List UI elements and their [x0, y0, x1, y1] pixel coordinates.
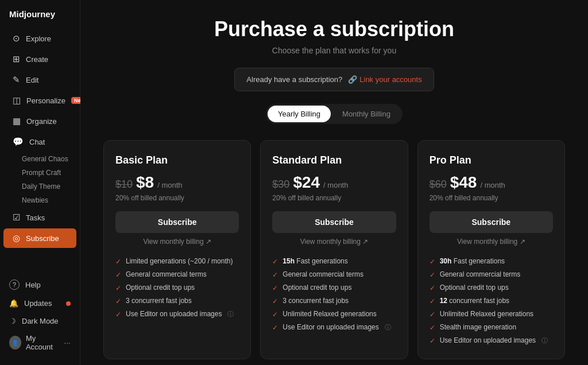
feature-item: ✓ Optional credit top ups: [272, 284, 396, 292]
standard-features: ✓ 15h Fast generations ✓ General commerc…: [272, 257, 396, 332]
feature-item: ✓ Optional credit top ups: [430, 284, 553, 292]
sidebar-item-edit[interactable]: ✎ Edit: [3, 70, 76, 90]
pro-subscribe-button[interactable]: Subscribe: [430, 211, 553, 233]
pro-plan-pricing: $60 $48 / month: [430, 173, 553, 192]
billing-toggle: Yearly Billing Monthly Billing: [103, 104, 565, 124]
feature-item: ✓ 12 concurrent fast jobs: [430, 297, 553, 305]
feature-item: ✓ 3 concurrent fast jobs: [272, 297, 396, 305]
feature-item: ✓ Unlimited Relaxed generations: [272, 310, 396, 319]
feature-text: Use Editor on uploaded images: [440, 336, 536, 344]
feature-text: General commercial terms: [126, 270, 207, 278]
explore-icon: ⊙: [13, 33, 20, 44]
sidebar-label-tasks: Tasks: [26, 213, 45, 222]
feature-item: ✓ 30h Fast generations: [430, 257, 553, 266]
sidebar-label-dark-mode: Dark Mode: [22, 317, 59, 325]
page-title: Purchase a subscription: [103, 17, 565, 41]
account-more-icon: ···: [64, 338, 71, 347]
account-label: My Account: [26, 334, 59, 351]
feature-text: General commercial terms: [440, 270, 521, 278]
feature-item: ✓ General commercial terms: [272, 270, 396, 279]
feature-item: ✓ Use Editor on uploaded images ⓘ: [115, 310, 239, 319]
check-icon: ✓: [115, 310, 121, 319]
check-icon: ✓: [430, 324, 435, 332]
feature-item: ✓ Use Editor on uploaded images ⓘ: [430, 336, 553, 345]
feature-text: Optional credit top ups: [283, 284, 351, 292]
sidebar-item-tasks[interactable]: ☑ Tasks: [3, 208, 76, 227]
check-icon: ✓: [272, 271, 278, 279]
sidebar-item-create[interactable]: ⊞ Create: [3, 49, 76, 69]
avatar: 👤: [9, 336, 21, 350]
sidebar-footer: ? Help 🔔 Updates ☽ Dark Mode: [0, 275, 80, 329]
standard-plan-name: Standard Plan: [272, 154, 396, 166]
info-icon[interactable]: ⓘ: [541, 336, 548, 345]
standard-price: $24: [293, 173, 320, 192]
sidebar-account[interactable]: 👤 My Account ···: [3, 329, 76, 356]
feature-text: 30h Fast generations: [440, 257, 505, 265]
account-icon: 👤: [11, 340, 18, 346]
check-icon: ✓: [430, 337, 435, 345]
sidebar-label-create: Create: [26, 55, 48, 64]
check-icon: ✓: [430, 271, 435, 279]
pro-period: / month: [480, 181, 505, 189]
sidebar-item-organize[interactable]: ▦ Organize: [3, 111, 76, 131]
check-icon: ✓: [272, 297, 278, 305]
feature-text: Use Editor on uploaded images: [283, 323, 378, 331]
feature-text: Optional credit top ups: [126, 284, 195, 292]
check-icon: ✓: [272, 284, 278, 292]
check-icon: ✓: [115, 284, 121, 292]
feature-text: Optional credit top ups: [440, 284, 509, 292]
sidebar-sub-daily-theme[interactable]: Daily Theme: [17, 180, 80, 193]
info-icon[interactable]: ⓘ: [227, 310, 234, 319]
feature-text: Limited generations (~200 / month): [126, 257, 233, 265]
feature-text: Stealth image generation: [440, 323, 516, 331]
basic-subscribe-button[interactable]: Subscribe: [115, 211, 239, 233]
personalize-icon: ◫: [13, 95, 21, 106]
standard-discount: 20% off billed annually: [272, 194, 396, 202]
sidebar-label-edit: Edit: [26, 76, 38, 84]
chat-sub-items: General Chaos Prompt Craft Daily Theme N…: [0, 152, 80, 207]
feature-text: 3 concurrent fast jobs: [283, 297, 349, 305]
yearly-billing-button[interactable]: Yearly Billing: [268, 106, 331, 122]
sidebar-item-personalize[interactable]: ◫ Personalize New!: [3, 91, 76, 110]
sidebar-sub-newbies[interactable]: Newbies: [17, 193, 80, 207]
sidebar-sub-prompt-craft[interactable]: Prompt Craft: [17, 166, 80, 180]
pro-discount: 20% off billed annually: [430, 194, 553, 202]
basic-price: $8: [136, 173, 154, 192]
dark-mode-icon: ☽: [9, 317, 16, 325]
chat-icon: 💬: [13, 137, 24, 147]
standard-view-monthly[interactable]: View monthly billing ↗: [272, 238, 396, 246]
sidebar-item-explore[interactable]: ⊙ Explore: [3, 29, 76, 48]
sidebar-sub-general-chaos[interactable]: General Chaos: [17, 152, 80, 166]
notification-dot: [66, 301, 71, 306]
check-icon: ✓: [272, 310, 278, 319]
pro-features: ✓ 30h Fast generations ✓ General commerc…: [430, 257, 553, 345]
basic-plan-card: Basic Plan $10 $8 / month 20% off billed…: [103, 140, 251, 359]
check-icon: ✓: [430, 297, 435, 305]
check-icon: ✓: [430, 258, 435, 266]
pro-plan-card: Pro Plan $60 $48 / month 20% off billed …: [417, 140, 565, 359]
check-icon: ✓: [115, 297, 121, 305]
sidebar-item-subscribe[interactable]: ◎ Subscribe: [3, 228, 76, 248]
feature-item: ✓ Optional credit top ups: [115, 284, 239, 292]
monthly-billing-button[interactable]: Monthly Billing: [332, 106, 401, 122]
plans-grid: Basic Plan $10 $8 / month 20% off billed…: [103, 140, 565, 359]
link-accounts-button[interactable]: 🔗 Link your accounts: [348, 75, 421, 84]
standard-subscribe-button[interactable]: Subscribe: [272, 211, 396, 233]
sidebar-item-chat[interactable]: 💬 Chat: [3, 132, 76, 152]
feature-item: ✓ 15h Fast generations: [272, 257, 396, 266]
sidebar-item-updates[interactable]: 🔔 Updates: [3, 295, 76, 312]
sidebar-item-dark-mode[interactable]: ☽ Dark Mode: [3, 313, 76, 329]
banner-text: Already have a subscription?: [246, 75, 342, 84]
feature-text: Unlimited Relaxed generations: [440, 310, 533, 318]
organize-icon: ▦: [13, 116, 21, 126]
sidebar-item-help[interactable]: ? Help: [3, 275, 76, 294]
toggle-group: Yearly Billing Monthly Billing: [266, 104, 403, 124]
feature-text: 15h Fast generations: [283, 257, 347, 265]
page-subtitle: Choose the plan that works for you: [103, 46, 565, 55]
pro-view-monthly[interactable]: View monthly billing ↗: [430, 238, 553, 246]
feature-item: ✓ Limited generations (~200 / month): [115, 257, 239, 266]
info-icon[interactable]: ⓘ: [385, 323, 391, 332]
basic-view-monthly[interactable]: View monthly billing ↗: [115, 238, 239, 246]
app-logo: Midjourney: [0, 9, 80, 28]
sidebar-label-updates: Updates: [24, 299, 52, 308]
